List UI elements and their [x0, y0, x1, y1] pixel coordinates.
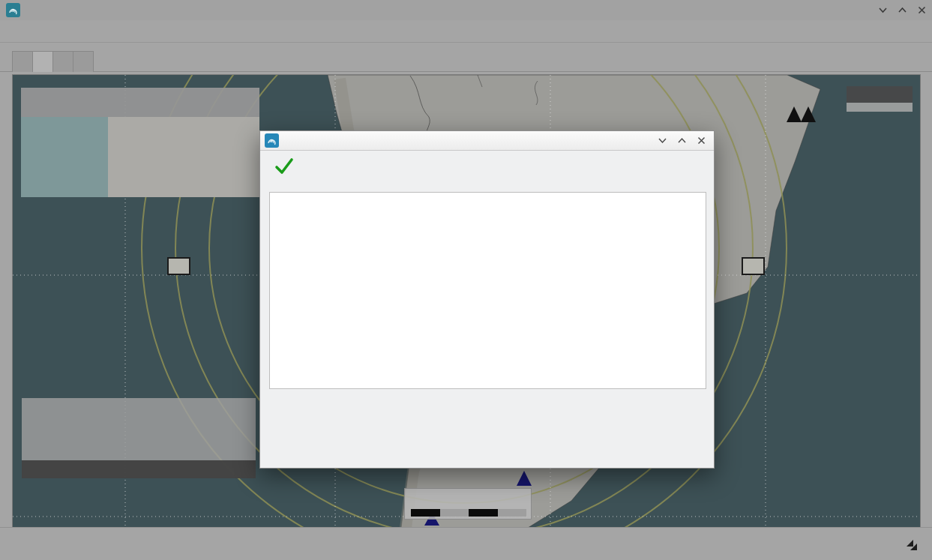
- magnitude-scale: [22, 418, 256, 459]
- depth-legend-items: [22, 404, 256, 412]
- maximize-icon[interactable]: [896, 4, 908, 16]
- menu-help[interactable]: [52, 28, 69, 34]
- depth-legend-title: [22, 398, 256, 404]
- latest-event-title: [21, 88, 259, 117]
- tab-ground-motion[interactable]: [33, 51, 53, 72]
- pgv-legend-title: [847, 86, 913, 103]
- waveform-panel: [269, 192, 706, 389]
- menu-settings[interactable]: [36, 28, 52, 34]
- contour-label-badge: [167, 257, 190, 275]
- station-information-dialog: [259, 130, 715, 469]
- menu-file[interactable]: [3, 28, 19, 34]
- tab-quality-control[interactable]: [53, 51, 73, 72]
- menu-view[interactable]: [19, 28, 36, 34]
- title-bar: [0, 0, 932, 20]
- pgv-legend-items: [847, 103, 913, 112]
- menu-bar: [0, 20, 932, 43]
- resize-grip-icon[interactable]: [904, 535, 922, 553]
- magnitudes-title: [22, 412, 256, 418]
- event-symbols-footer: [22, 460, 256, 478]
- minimize-icon[interactable]: [877, 4, 889, 16]
- check-icon: [274, 157, 294, 176]
- waveform-plots: [270, 193, 706, 388]
- application-window: [0, 0, 932, 560]
- scale-bar-segments: [411, 509, 526, 517]
- tab-events[interactable]: [73, 51, 94, 72]
- dialog-title-bar[interactable]: [260, 131, 714, 151]
- magnitude-value: [21, 117, 108, 197]
- dialog-close-icon[interactable]: [695, 134, 708, 147]
- plot1-y-axis-label: [279, 203, 289, 272]
- event-symbols-legend: [22, 398, 256, 478]
- dialog-title: [260, 131, 714, 151]
- map-scale-bar: [404, 488, 532, 520]
- dialog-maximize-icon[interactable]: [676, 134, 688, 147]
- close-icon[interactable]: [916, 4, 928, 16]
- tab-network[interactable]: [12, 51, 33, 72]
- latest-event-panel: [21, 88, 259, 197]
- window-title: [0, 0, 932, 20]
- tab-baseline: [0, 71, 932, 72]
- tab-bar: [0, 43, 932, 74]
- dialog-minimize-icon[interactable]: [656, 134, 669, 147]
- plot2-y-axis-label: [279, 280, 289, 349]
- pgv-legend: [847, 86, 913, 112]
- status-bar: [0, 527, 932, 560]
- contour-label-badge: [742, 257, 765, 275]
